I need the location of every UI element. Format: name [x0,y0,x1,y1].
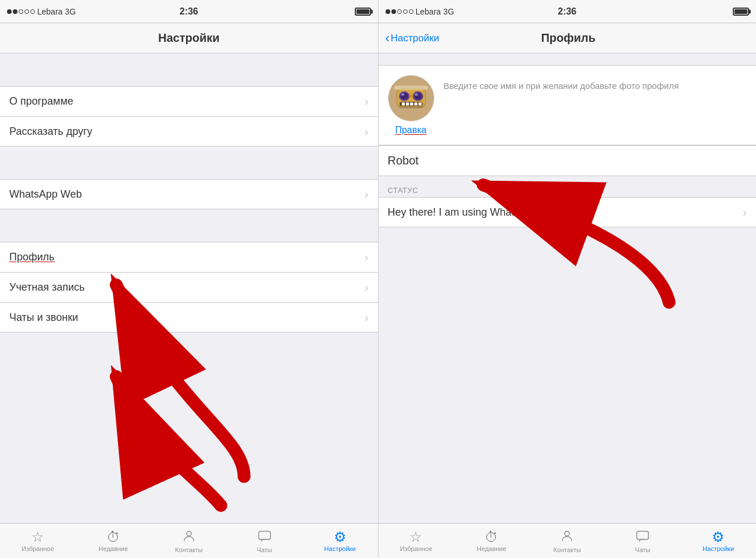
list-item-chats[interactable]: Чаты и звонки › [0,302,378,332]
tab-chats-label: Чаты [257,546,272,553]
time-label: 2:36 [180,6,198,17]
left-nav-bar: Настройки [0,23,378,53]
left-section-2: WhatsApp Web › [0,158,378,209]
tab-recent-label: Недавние [99,545,129,552]
name-section: Robot [379,145,757,176]
left-tab-bar: ☆ Избранное ⏱ Недавние Контакты [0,523,378,558]
svg-point-0 [187,531,191,536]
tab-contacts-label: Контакты [175,546,203,553]
status-section-header: СТАТУС [379,176,757,197]
tab-chats[interactable]: Чаты [605,529,680,553]
right-panel: Lebara 3G 2:36 ‹ Настройки Профиль [379,0,757,558]
status-row[interactable]: Hey there! I am using WhatsApp. › [379,197,757,227]
svg-rect-18 [410,102,413,105]
svg-rect-14 [409,95,413,98]
svg-rect-1 [259,531,270,539]
left-nav-title: Настройки [158,31,220,45]
about-label: О программе [9,95,365,108]
tab-favorites[interactable]: ☆ Избранное [379,530,454,552]
edit-label[interactable]: Правка [395,125,426,135]
list-item-account[interactable]: Учетная запись › [0,272,378,302]
chevron-right-icon: › [365,125,369,138]
gear-icon: ⚙ [334,530,347,544]
list-item-whatsapp-web[interactable]: WhatsApp Web › [0,179,378,209]
network-label: 3G [443,7,454,16]
star-icon: ☆ [31,530,44,544]
account-label: Учетная запись [9,281,365,294]
chevron-right-icon: › [365,311,369,324]
status-section-label: СТАТУС [388,186,419,195]
chevron-right-icon: › [365,251,369,264]
back-label: Настройки [391,33,439,44]
tab-settings-label: Настройки [702,545,734,552]
left-section-1: О программе › Рассказать другу › [0,65,378,146]
tab-chats-label: Чаты [635,546,650,553]
svg-rect-16 [401,102,404,105]
tab-recent-label: Недавние [477,545,507,552]
share-label: Рассказать другу [9,126,365,138]
tab-chats[interactable]: Чаты [227,529,302,553]
status-value: Hey there! I am using WhatsApp. [388,206,743,219]
list-item-about[interactable]: О программе › [0,86,378,116]
svg-rect-21 [394,85,428,90]
left-section-3: Профиль › Учетная запись › Чаты и звонки… [0,221,378,332]
svg-rect-17 [406,102,409,105]
avatar-wrap: Правка [388,75,434,135]
svg-rect-23 [637,531,648,539]
right-status-bar: Lebara 3G 2:36 [379,0,757,23]
carrier-label: Lebara [416,7,441,16]
clock-icon: ⏱ [106,530,120,544]
time-label: 2:36 [558,6,576,17]
battery-icon [733,8,749,16]
svg-rect-19 [414,102,417,105]
svg-point-10 [401,93,404,96]
left-panel: Lebara 3G 2:36 Настройки О программе › Р… [0,0,378,558]
left-status-bar: Lebara 3G 2:36 [0,0,378,23]
tab-favorites[interactable]: ☆ Избранное [0,530,76,552]
signal-icon [386,9,413,14]
svg-point-22 [565,531,569,536]
star-icon: ☆ [409,530,422,544]
clock-icon: ⏱ [484,530,498,544]
chat-icon [258,529,272,545]
chevron-right-icon: › [365,188,369,201]
chevron-left-icon: ‹ [386,32,390,45]
tab-settings[interactable]: ⚙ Настройки [302,530,378,552]
list-item-share[interactable]: Рассказать другу › [0,116,378,146]
svg-point-13 [415,93,418,96]
right-tab-bar: ☆ Избранное ⏱ Недавние Контакты [379,523,757,558]
right-nav-title: Профиль [541,31,595,45]
carrier-label: Lebara [37,7,63,16]
battery-icon [355,8,371,16]
gear-icon: ⚙ [712,530,725,544]
chevron-right-icon: › [743,206,747,219]
tab-settings[interactable]: ⚙ Настройки [680,530,756,552]
chats-label: Чаты и звонки [9,312,365,324]
svg-rect-20 [418,102,421,105]
whatsapp-web-label: WhatsApp Web [9,188,365,201]
list-item-profile[interactable]: Профиль › [0,242,378,272]
back-button[interactable]: ‹ Настройки [386,32,440,45]
name-value: Robot [388,154,419,167]
tab-contacts[interactable]: Контакты [151,529,227,553]
chevron-right-icon: › [365,95,369,108]
chat-icon [636,529,650,545]
tab-favorites-label: Избранное [22,545,54,552]
tab-contacts-label: Контакты [554,546,582,553]
tab-favorites-label: Избранное [400,545,433,552]
tab-recent[interactable]: ⏱ Недавние [76,530,151,552]
chevron-right-icon: › [365,281,369,294]
tab-recent[interactable]: ⏱ Недавние [454,530,529,552]
profile-label: Профиль [9,251,365,263]
tab-contacts[interactable]: Контакты [529,529,605,553]
signal-icon [7,9,35,14]
tab-settings-label: Настройки [324,545,356,552]
contact-icon [182,529,196,545]
profile-hint: Введите свое имя и при желании добавьте … [444,75,747,92]
right-nav-bar: ‹ Настройки Профиль [379,23,757,53]
avatar[interactable] [388,75,434,121]
network-label: 3G [65,7,76,16]
contact-icon [560,529,574,545]
profile-section: Правка Введите свое имя и при желании до… [379,65,757,145]
